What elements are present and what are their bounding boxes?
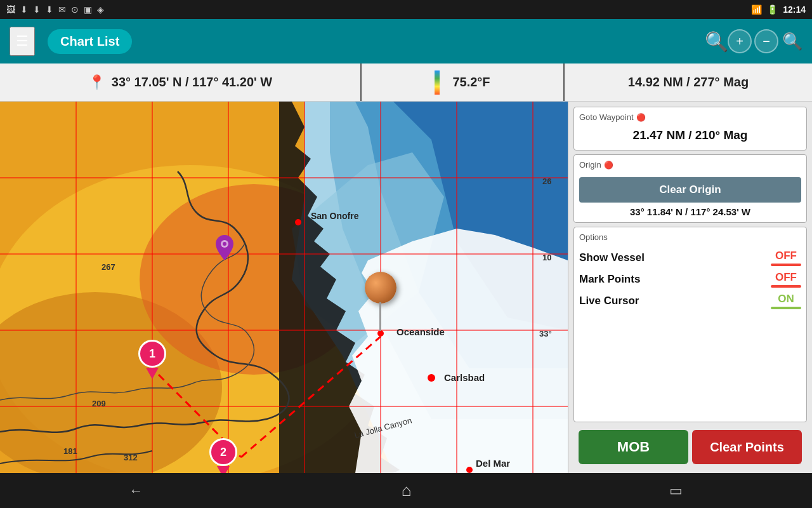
mark-points-bar xyxy=(771,285,801,288)
goto-waypoint-section: Goto Waypoint 🔴 21.47 NM / 210° Mag xyxy=(573,107,807,150)
options-label: Options xyxy=(579,232,801,242)
svg-text:San Onofre: San Onofre xyxy=(311,211,359,221)
zoom-controls: 🔍 + − 🔍 xyxy=(705,29,802,53)
show-vessel-toggle[interactable]: OFF xyxy=(771,250,801,266)
live-cursor-row: Live Cursor ON xyxy=(579,290,801,312)
action-buttons: MOB Clear Points xyxy=(573,426,807,468)
svg-text:312: 312 xyxy=(124,453,138,462)
distance-section: 14.92 NM / 277° Mag xyxy=(565,64,812,101)
origin-dot-icon: 🔴 xyxy=(604,161,613,170)
svg-point-40 xyxy=(223,242,226,246)
show-vessel-row: Show Vessel OFF xyxy=(579,247,801,269)
map-svg: San Onofre Oceanside Carlsbad Del Mar La… xyxy=(0,102,568,473)
chart-list-button[interactable]: Chart List xyxy=(48,29,132,54)
mark-points-row: Mark Points OFF xyxy=(579,269,801,290)
svg-text:Carlsbad: Carlsbad xyxy=(444,372,485,383)
mob-button[interactable]: MOB xyxy=(579,430,688,464)
download-icon-1: ⬇ xyxy=(20,4,28,15)
goto-waypoint-label: Goto Waypoint 🔴 xyxy=(579,112,801,122)
magnifier-icon: 🔍 xyxy=(705,30,728,53)
show-vessel-label: Show Vessel xyxy=(579,251,645,264)
mark-points-state: OFF xyxy=(775,271,797,284)
clear-points-button[interactable]: Clear Points xyxy=(692,430,802,464)
small-waypoint-marker[interactable] xyxy=(216,235,233,263)
origin-label: Origin 🔴 xyxy=(579,160,801,170)
svg-text:33°: 33° xyxy=(539,329,552,338)
waypoint-2-circle: 2 xyxy=(209,438,237,466)
battery-icon: 🔋 xyxy=(767,4,778,15)
waypoint-1-circle: 1 xyxy=(138,340,166,368)
hamburger-button[interactable]: ☰ xyxy=(10,27,35,56)
back-button[interactable]: ← xyxy=(129,483,143,499)
search-icon: 🔍 xyxy=(782,32,802,51)
temperature-gradient-bar xyxy=(435,70,440,95)
svg-point-23 xyxy=(377,330,384,337)
zoom-in-button[interactable]: + xyxy=(728,29,752,53)
show-vessel-state: OFF xyxy=(775,250,797,262)
svg-marker-9 xyxy=(349,229,568,473)
show-vessel-bar xyxy=(771,264,801,266)
recents-button[interactable]: ▭ xyxy=(669,483,683,499)
mark-points-toggle[interactable]: OFF xyxy=(771,271,801,288)
waypoint-marker-1[interactable]: 1 xyxy=(138,340,166,379)
home-button[interactable]: ⌂ xyxy=(402,481,412,500)
clock: 12:14 xyxy=(783,4,806,15)
top-bar: ☰ Chart List 🔍 + − 🔍 xyxy=(0,19,812,64)
status-bar: 🖼 ⬇ ⬇ ⬇ ✉ ⊙ ▣ ◈ 📶 🔋 12:14 xyxy=(0,0,812,19)
right-panel: Goto Waypoint 🔴 21.47 NM / 210° Mag Orig… xyxy=(568,102,812,473)
options-section: Options Show Vessel OFF Mark Points OFF … xyxy=(573,227,807,422)
live-cursor-state: ON xyxy=(778,293,794,305)
waypoint-dot-icon: 🔴 xyxy=(636,113,646,122)
clear-origin-button[interactable]: Clear Origin xyxy=(579,177,801,203)
tablet-icon: ▣ xyxy=(84,4,92,15)
position-section: 📍 33° 17.05' N / 117° 41.20' W xyxy=(0,64,362,101)
status-icons: 🖼 ⬇ ⬇ ⬇ ✉ ⊙ ▣ ◈ xyxy=(6,4,104,15)
download-icon-3: ⬇ xyxy=(46,4,53,15)
info-bar: 📍 33° 17.05' N / 117° 41.20' W 75.2°F 14… xyxy=(0,64,812,102)
bottom-bar: ← ⌂ ▭ xyxy=(0,473,812,508)
origin-section: Origin 🔴 Clear Origin 33° 11.84' N / 117… xyxy=(573,154,807,223)
sphere-marker[interactable] xyxy=(365,272,396,304)
wifi-icon: 📶 xyxy=(751,4,762,15)
temperature-section: 75.2°F xyxy=(362,64,565,101)
photo-icon: 🖼 xyxy=(6,4,15,15)
temperature-display: 75.2°F xyxy=(452,75,490,90)
svg-text:26: 26 xyxy=(542,177,551,186)
map-area[interactable]: San Onofre Oceanside Carlsbad Del Mar La… xyxy=(0,102,568,473)
position-pin-icon: 📍 xyxy=(88,74,105,91)
svg-text:10: 10 xyxy=(542,253,551,262)
goto-waypoint-value: 21.47 NM / 210° Mag xyxy=(579,126,801,145)
svg-text:267: 267 xyxy=(102,262,115,272)
svg-text:181: 181 xyxy=(63,446,77,456)
settings-icon: ⊙ xyxy=(71,4,79,15)
distance-display: 14.92 NM / 277° Mag xyxy=(628,75,749,90)
waypoint-1-tail xyxy=(146,368,159,379)
svg-text:Oceanside: Oceanside xyxy=(396,326,445,337)
live-cursor-bar xyxy=(771,307,801,309)
svg-text:Del Mar: Del Mar xyxy=(476,458,510,469)
waypoint-2-tail xyxy=(217,466,230,473)
svg-point-24 xyxy=(295,219,301,225)
svg-text:209: 209 xyxy=(92,399,106,408)
save-icon: ◈ xyxy=(97,4,104,15)
mark-points-label: Mark Points xyxy=(579,273,640,286)
waypoint-marker-2[interactable]: 2 xyxy=(209,438,237,473)
download-icon-2: ⬇ xyxy=(33,4,41,15)
position-display: 33° 17.05' N / 117° 41.20' W xyxy=(112,75,272,90)
svg-point-26 xyxy=(428,374,435,382)
right-status: 📶 🔋 12:14 xyxy=(751,4,806,15)
svg-point-25 xyxy=(466,467,473,473)
mail-icon: ✉ xyxy=(58,4,66,15)
live-cursor-label: Live Cursor xyxy=(579,295,639,307)
sphere-stick xyxy=(379,302,381,331)
origin-coordinates: 33° 11.84' N / 117° 24.53' W xyxy=(579,206,801,217)
zoom-out-button[interactable]: − xyxy=(754,29,778,53)
live-cursor-toggle[interactable]: ON xyxy=(771,293,801,309)
main-content: San Onofre Oceanside Carlsbad Del Mar La… xyxy=(0,102,812,473)
